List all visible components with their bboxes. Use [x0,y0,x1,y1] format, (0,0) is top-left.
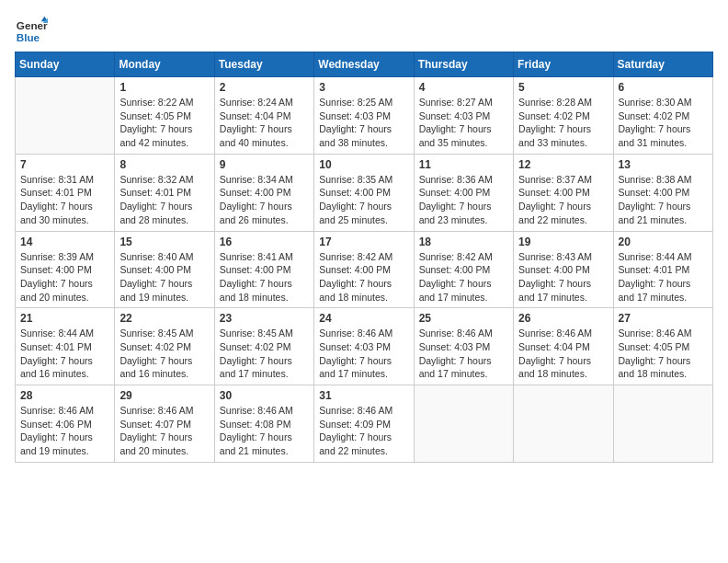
day-number: 4 [419,81,508,94]
day-number: 20 [619,236,708,248]
day-number: 21 [20,312,109,325]
day-number: 19 [518,236,608,248]
calendar-cell [613,385,712,463]
day-number: 31 [319,389,408,402]
calendar-cell: 7Sunrise: 8:31 AM Sunset: 4:01 PM Daylig… [16,154,115,231]
calendar-header-friday: Friday [514,52,613,77]
day-info: Sunrise: 8:27 AM Sunset: 4:03 PM Dayligh… [419,96,508,150]
calendar-cell: 30Sunrise: 8:46 AM Sunset: 4:08 PM Dayli… [214,385,313,463]
calendar-cell: 3Sunrise: 8:25 AM Sunset: 4:03 PM Daylig… [314,77,414,155]
day-info: Sunrise: 8:46 AM Sunset: 4:08 PM Dayligh… [220,404,309,458]
calendar-cell: 4Sunrise: 8:27 AM Sunset: 4:03 PM Daylig… [414,77,513,155]
day-number: 22 [119,312,209,325]
calendar-cell: 15Sunrise: 8:40 AM Sunset: 4:00 PM Dayli… [115,231,214,308]
day-number: 5 [518,81,608,94]
calendar-header-sunday: Sunday [16,52,115,77]
calendar-cell: 17Sunrise: 8:42 AM Sunset: 4:00 PM Dayli… [314,231,414,308]
calendar-cell: 1Sunrise: 8:22 AM Sunset: 4:05 PM Daylig… [115,77,214,155]
calendar-cell: 19Sunrise: 8:43 AM Sunset: 4:00 PM Dayli… [514,231,613,308]
day-number: 16 [220,236,309,248]
calendar-cell: 9Sunrise: 8:34 AM Sunset: 4:00 PM Daylig… [214,154,313,231]
day-info: Sunrise: 8:22 AM Sunset: 4:05 PM Dayligh… [119,96,209,150]
logo: General Blue [15,15,48,48]
calendar-header-tuesday: Tuesday [214,52,313,77]
day-info: Sunrise: 8:46 AM Sunset: 4:03 PM Dayligh… [319,327,408,381]
day-info: Sunrise: 8:32 AM Sunset: 4:01 PM Dayligh… [119,173,209,227]
calendar-cell: 13Sunrise: 8:38 AM Sunset: 4:00 PM Dayli… [613,154,712,231]
day-number: 1 [119,81,209,94]
day-info: Sunrise: 8:45 AM Sunset: 4:02 PM Dayligh… [220,327,309,381]
calendar-cell: 14Sunrise: 8:39 AM Sunset: 4:00 PM Dayli… [16,231,115,308]
calendar-cell [414,385,513,463]
day-number: 23 [220,312,309,325]
day-number: 30 [220,389,309,402]
calendar-cell: 5Sunrise: 8:28 AM Sunset: 4:02 PM Daylig… [514,77,613,155]
day-info: Sunrise: 8:39 AM Sunset: 4:00 PM Dayligh… [20,250,109,304]
day-info: Sunrise: 8:24 AM Sunset: 4:04 PM Dayligh… [220,96,309,150]
day-number: 15 [119,236,209,248]
calendar-week-row: 28Sunrise: 8:46 AM Sunset: 4:06 PM Dayli… [16,385,713,463]
calendar-cell: 12Sunrise: 8:37 AM Sunset: 4:00 PM Dayli… [514,154,613,231]
day-number: 11 [419,158,508,171]
day-info: Sunrise: 8:46 AM Sunset: 4:05 PM Dayligh… [619,327,708,381]
day-info: Sunrise: 8:43 AM Sunset: 4:00 PM Dayligh… [518,250,608,304]
calendar-cell: 20Sunrise: 8:44 AM Sunset: 4:01 PM Dayli… [613,231,712,308]
day-info: Sunrise: 8:44 AM Sunset: 4:01 PM Dayligh… [619,250,708,304]
calendar-header-wednesday: Wednesday [314,52,414,77]
calendar-header-monday: Monday [115,52,214,77]
day-info: Sunrise: 8:41 AM Sunset: 4:00 PM Dayligh… [220,250,309,304]
day-info: Sunrise: 8:25 AM Sunset: 4:03 PM Dayligh… [319,96,408,150]
calendar-cell: 8Sunrise: 8:32 AM Sunset: 4:01 PM Daylig… [115,154,214,231]
day-number: 27 [619,312,708,325]
calendar-cell [16,77,115,155]
day-info: Sunrise: 8:46 AM Sunset: 4:07 PM Dayligh… [119,404,209,458]
calendar-cell: 16Sunrise: 8:41 AM Sunset: 4:00 PM Dayli… [214,231,313,308]
calendar-cell: 18Sunrise: 8:42 AM Sunset: 4:00 PM Dayli… [414,231,513,308]
day-number: 28 [20,389,109,402]
calendar-cell [514,385,613,463]
day-info: Sunrise: 8:34 AM Sunset: 4:00 PM Dayligh… [220,173,309,227]
day-info: Sunrise: 8:44 AM Sunset: 4:01 PM Dayligh… [20,327,109,381]
day-info: Sunrise: 8:38 AM Sunset: 4:00 PM Dayligh… [619,173,708,227]
day-number: 8 [119,158,209,171]
calendar-cell: 22Sunrise: 8:45 AM Sunset: 4:02 PM Dayli… [115,308,214,385]
day-info: Sunrise: 8:35 AM Sunset: 4:00 PM Dayligh… [319,173,408,227]
logo-icon: General Blue [15,15,48,48]
calendar-cell: 26Sunrise: 8:46 AM Sunset: 4:04 PM Dayli… [514,308,613,385]
day-number: 7 [20,158,109,171]
day-number: 29 [119,389,209,402]
day-number: 17 [319,236,408,248]
day-number: 13 [619,158,708,171]
day-info: Sunrise: 8:40 AM Sunset: 4:00 PM Dayligh… [119,250,209,304]
calendar-cell: 31Sunrise: 8:46 AM Sunset: 4:09 PM Dayli… [314,385,414,463]
calendar-cell: 28Sunrise: 8:46 AM Sunset: 4:06 PM Dayli… [16,385,115,463]
calendar-cell: 25Sunrise: 8:46 AM Sunset: 4:03 PM Dayli… [414,308,513,385]
day-number: 2 [220,81,309,94]
calendar-cell: 11Sunrise: 8:36 AM Sunset: 4:00 PM Dayli… [414,154,513,231]
calendar-cell: 6Sunrise: 8:30 AM Sunset: 4:02 PM Daylig… [613,77,712,155]
day-info: Sunrise: 8:45 AM Sunset: 4:02 PM Dayligh… [119,327,209,381]
day-info: Sunrise: 8:37 AM Sunset: 4:00 PM Dayligh… [518,173,608,227]
day-info: Sunrise: 8:46 AM Sunset: 4:09 PM Dayligh… [319,404,408,458]
day-info: Sunrise: 8:42 AM Sunset: 4:00 PM Dayligh… [419,250,508,304]
day-number: 12 [518,158,608,171]
day-number: 6 [619,81,708,94]
calendar-header-saturday: Saturday [613,52,712,77]
calendar-cell: 24Sunrise: 8:46 AM Sunset: 4:03 PM Dayli… [314,308,414,385]
day-number: 9 [220,158,309,171]
calendar-cell: 23Sunrise: 8:45 AM Sunset: 4:02 PM Dayli… [214,308,313,385]
day-info: Sunrise: 8:46 AM Sunset: 4:06 PM Dayligh… [20,404,109,458]
calendar-table: SundayMondayTuesdayWednesdayThursdayFrid… [15,52,713,463]
calendar-week-row: 21Sunrise: 8:44 AM Sunset: 4:01 PM Dayli… [16,308,713,385]
calendar-week-row: 14Sunrise: 8:39 AM Sunset: 4:00 PM Dayli… [16,231,713,308]
day-info: Sunrise: 8:36 AM Sunset: 4:00 PM Dayligh… [419,173,508,227]
day-number: 24 [319,312,408,325]
day-number: 3 [319,81,408,94]
day-number: 18 [419,236,508,248]
day-number: 14 [20,236,109,248]
page-header: General Blue [15,15,713,48]
calendar-week-row: 7Sunrise: 8:31 AM Sunset: 4:01 PM Daylig… [16,154,713,231]
calendar-header-row: SundayMondayTuesdayWednesdayThursdayFrid… [16,52,713,77]
calendar-cell: 27Sunrise: 8:46 AM Sunset: 4:05 PM Dayli… [613,308,712,385]
day-info: Sunrise: 8:28 AM Sunset: 4:02 PM Dayligh… [518,96,608,150]
